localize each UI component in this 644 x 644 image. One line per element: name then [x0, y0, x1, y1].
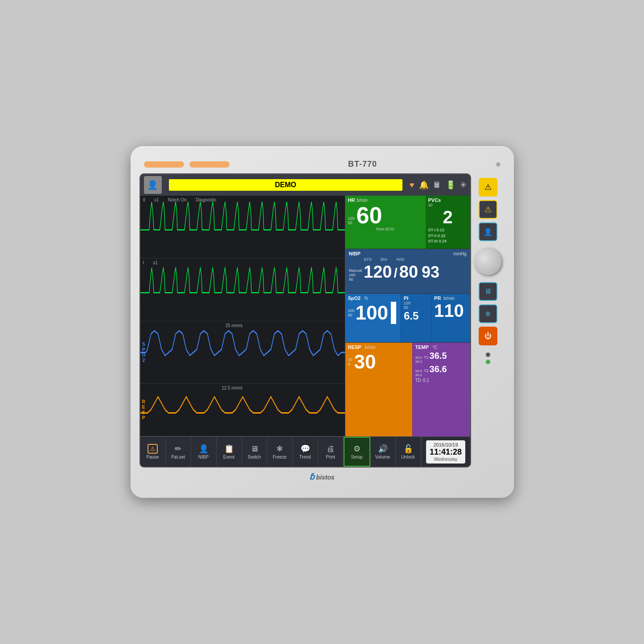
nibp-title: NIBP [349, 251, 361, 256]
pi-block: PI 120 50 6.5 [401, 294, 431, 342]
hr-pvcs-row: HR b/min 120 50 60 from ECG [345, 196, 470, 249]
btn-volume[interactable]: 🔊 Volume [370, 437, 396, 467]
monitor-top: BT-770 [139, 160, 505, 169]
btn-patient-mode[interactable]: 👤 [479, 222, 497, 241]
btn-switch[interactable]: 🖥 Switch [242, 437, 267, 467]
spo2-pi-pr-row: SpO2 % 100 90 100 [345, 294, 470, 343]
bell-icon: 🔔 [419, 180, 429, 190]
btn-event[interactable]: 📋 Event [217, 437, 242, 467]
resp-block: RESP b/min 30 8 30 [345, 343, 412, 436]
nibp-avg: 93 [422, 263, 439, 282]
spo2-block: SpO2 % 100 90 100 [345, 294, 401, 342]
ecg2-waveform: I x1 [140, 258, 345, 321]
ecg2-lead: I [143, 260, 144, 265]
temp-td-label: TD [415, 378, 421, 383]
control-knob[interactable] [475, 248, 501, 275]
hr-block: HR b/min 120 50 60 from ECG [345, 196, 426, 249]
resp-wave-label: R E S P [142, 399, 145, 421]
volume-label: Volume [375, 455, 390, 459]
temp-t1-label: T1 [424, 355, 429, 360]
nibp-unit: mmHg [453, 251, 466, 256]
st-iii-val: 0.24 [439, 239, 447, 243]
pvcs-block: PVCs 10 2 ST-I 0.12 ST-II 0.32 ST-III 0.… [426, 196, 470, 249]
nibp-low: 90 [349, 277, 362, 282]
power-indicator [496, 162, 500, 167]
resp-svg [140, 384, 345, 436]
spo2-label-s: S [142, 342, 145, 347]
btn-pause[interactable]: ⚠ Pause [140, 437, 166, 467]
ecg2-label: I x1 [143, 260, 158, 265]
btn-alarm-active[interactable]: ⚠ [479, 178, 497, 197]
btn-trend[interactable]: 💬 Trend [293, 437, 318, 467]
waveform-area: II x1 Notch On Diagnostic I x1 [140, 196, 345, 436]
patset-label: Pat.set [171, 455, 185, 459]
display-icon: 🖥 [484, 287, 492, 295]
nibp-high: 160 [349, 273, 362, 277]
freeze-label: Freeze [273, 455, 287, 459]
pvcs-high: 10 [428, 203, 468, 207]
st-iii-label: ST-III [428, 239, 438, 243]
dot-1 [486, 353, 490, 357]
patset-icon: ✏ [175, 444, 181, 454]
btn-nibp[interactable]: 👤 NIBP [191, 437, 217, 467]
resp-label-p: P [142, 415, 145, 421]
temp-t2-value: 36.6 [430, 364, 447, 374]
pi-title: PI [404, 295, 428, 301]
temp-t1-high: 39.0 [415, 356, 422, 360]
time-display: 11:41:28 [430, 447, 462, 457]
power-icon: ⏻ [484, 332, 492, 340]
spo2-value: 100 [356, 302, 388, 324]
spo2-label-p: P [142, 347, 145, 353]
ecg1-label: II x1 Notch On Diagnostic [143, 197, 217, 202]
print-label: Print [326, 455, 335, 459]
resp-unit: b/min [365, 345, 375, 350]
bottom-toolbar: ⚠ Pause ✏ Pat.set 👤 NIBP 📋 Event 🖥 [140, 436, 470, 467]
ecg2-gain: x1 [153, 260, 158, 265]
ecg1-mode: Diagnostic [196, 197, 217, 202]
nibp-dia: 80 [399, 263, 418, 282]
event-icon: 📋 [224, 444, 234, 454]
pi-low: 50 [404, 305, 428, 310]
st-i-val: 0.12 [437, 228, 445, 232]
ecg2-svg [140, 258, 345, 321]
resp-label-e: E [142, 405, 145, 410]
ecg1-waveform: II x1 Notch On Diagnostic [140, 196, 345, 258]
resp-label-r: R [142, 399, 145, 405]
resp-title: RESP [348, 345, 361, 350]
spo2-label-2: 2 [143, 358, 145, 363]
switch-label: Switch [248, 455, 261, 459]
vitals-panel: HR b/min 120 50 60 from ECG [345, 196, 470, 436]
dot-2 [486, 360, 490, 364]
hr-value: 60 [357, 204, 382, 227]
btn-power[interactable]: ⏻ [479, 327, 497, 345]
resp-temp-row: RESP b/min 30 8 30 [345, 343, 470, 436]
volume-icon: 🔊 [378, 444, 388, 454]
btn-alarm-off[interactable]: ⚠ [479, 200, 497, 219]
spo2-waveform: S P O 2 25 mm/s [140, 321, 345, 384]
btn-setup[interactable]: ⚙ Setup [344, 437, 370, 467]
temp-t2-high: 39.0 [415, 369, 422, 373]
spo2-wave-label: S P O 2 [142, 342, 146, 363]
brightness-icon: ✳ [460, 180, 467, 190]
btn-display[interactable]: 🖥 [479, 282, 497, 301]
btn-patset[interactable]: ✏ Pat.set [166, 437, 191, 467]
pr-block: PR b/min 110 [431, 294, 470, 342]
temp-t2-label: T2 [424, 369, 429, 373]
temp-title: TEMP [415, 345, 429, 350]
btn-unlock[interactable]: 🔓 Unlock [396, 437, 421, 467]
device-title: BT-770 [348, 160, 377, 169]
temp-td-row: TD 0.1 [415, 378, 468, 383]
btn-freeze[interactable]: ❄ Freeze [267, 437, 293, 467]
temp-t2-low: 36.0 [415, 373, 422, 377]
switch-icon: 🖥 [250, 444, 258, 454]
btn-print[interactable]: 🖨 Print [318, 437, 344, 467]
st-values: ST-I 0.12 ST-II 0.32 ST-III 0.24 [428, 227, 468, 244]
pause-label: Pause [146, 455, 159, 459]
pause-icon: ⚠ [148, 444, 158, 454]
alarm-off-icon: ⚠ [484, 205, 492, 214]
trend-label: Trend [299, 455, 311, 459]
main-screen: 👤 DEMO ♥ 🔔 🖩 🔋 ✳ II [139, 173, 471, 468]
print-icon: 🖨 [327, 444, 335, 454]
screen-topbar: 👤 DEMO ♥ 🔔 🖩 🔋 ✳ [140, 174, 470, 196]
btn-freeze-right[interactable]: ❄ [479, 304, 497, 323]
